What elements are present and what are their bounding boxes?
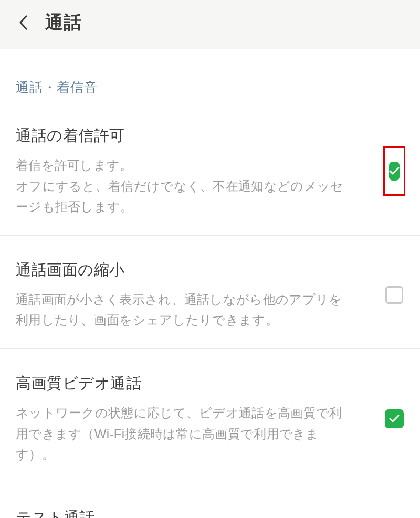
setting-row-test-call[interactable]: テスト通話 マイクやスピーカーなどのオーディオデバイスの状態と通話品質を確認しま… — [0, 483, 420, 518]
checkbox-slot — [383, 409, 405, 428]
section-label: 通話・着信音 — [0, 49, 420, 101]
check-icon — [389, 415, 400, 423]
checkbox-incoming-permission[interactable] — [389, 162, 400, 181]
setting-text: 高画質ビデオ通話 ネットワークの状態に応じて、ビデオ通話を高画質で利用できます（… — [16, 373, 352, 465]
setting-row-incoming-permission[interactable]: 通話の着信許可 着信を許可します。オフにすると、着信だけでなく、不在通知などのメ… — [0, 101, 420, 236]
settings-content: 通話・着信音 通話の着信許可 着信を許可します。オフにすると、着信だけでなく、不… — [0, 49, 420, 518]
checkbox-hq-video[interactable] — [385, 409, 404, 428]
checkbox-minimize-call[interactable] — [385, 286, 403, 304]
page-title: 通話 — [45, 10, 82, 35]
chevron-left-icon — [18, 15, 28, 30]
setting-row-minimize-call[interactable]: 通話画面の縮小 通話画面が小さく表示され、通話しながら他のアプリを利用したり、画… — [0, 236, 420, 349]
setting-title: 通話の着信許可 — [16, 125, 345, 146]
setting-title: テスト通話 — [16, 508, 399, 518]
header-bar: 通話 — [0, 0, 420, 49]
back-button[interactable] — [18, 15, 28, 30]
setting-desc: ネットワークの状態に応じて、ビデオ通話を高画質で利用できます（Wi-Fi接続時は… — [16, 403, 345, 465]
setting-title: 高画質ビデオ通話 — [16, 373, 345, 394]
setting-desc: 着信を許可します。オフにすると、着信だけでなく、不在通知などのメッセージも拒否し… — [16, 155, 345, 217]
checkbox-slot — [383, 286, 405, 304]
setting-text: 通話画面の縮小 通話画面が小さく表示され、通話しながら他のアプリを利用したり、画… — [16, 260, 352, 331]
check-icon — [389, 167, 400, 175]
setting-row-hq-video[interactable]: 高画質ビデオ通話 ネットワークの状態に応じて、ビデオ通話を高画質で利用できます（… — [0, 349, 420, 483]
setting-text: テスト通話 マイクやスピーカーなどのオーディオデバイスの状態と通話品質を確認しま… — [16, 508, 405, 518]
checkbox-highlight — [383, 146, 405, 196]
setting-desc: 通話画面が小さく表示され、通話しながら他のアプリを利用したり、画面をシェアしたり… — [16, 289, 345, 331]
setting-title: 通話画面の縮小 — [16, 260, 345, 281]
setting-text: 通話の着信許可 着信を許可します。オフにすると、着信だけでなく、不在通知などのメ… — [16, 125, 352, 217]
